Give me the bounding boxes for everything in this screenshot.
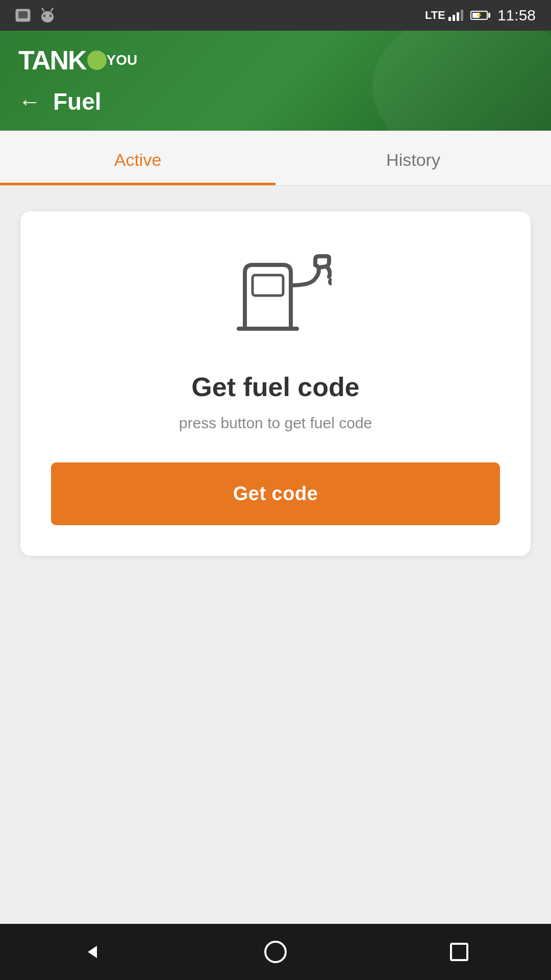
nav-back-button[interactable] [71,932,112,972]
svg-point-7 [42,8,43,9]
nav-row: ← Fuel [18,88,533,115]
android-icon [39,7,56,24]
status-bar-right: LTE ⚡ 11:58 [425,7,536,24]
nav-recent-button[interactable] [439,932,480,972]
svg-point-3 [43,15,46,17]
svg-marker-12 [88,946,97,958]
get-code-button[interactable]: Get code [51,462,500,525]
logo-circle [87,51,107,70]
back-button[interactable]: ← [18,90,41,113]
tab-history[interactable]: History [276,131,551,185]
signal-bars [448,10,463,21]
logo-row: TANK YOU [18,45,533,76]
lte-label: LTE [425,9,445,22]
battery-icon: ⚡ [470,11,490,20]
svg-point-4 [49,15,52,17]
fuel-pump-icon [219,247,332,341]
logo-tank-text: TANK [18,45,86,76]
sim-icon [15,9,31,22]
main-content: Get fuel code press button to get fuel c… [0,186,551,924]
card-subtitle: press button to get fuel code [179,414,372,432]
bottom-nav [0,924,551,980]
app-logo: TANK YOU [18,45,137,76]
status-bar: LTE ⚡ 11:58 [0,0,551,31]
svg-point-9 [328,278,332,285]
status-time: 11:58 [497,7,536,24]
tabs-container: Active History [0,131,551,186]
status-bar-left [15,7,56,24]
svg-point-8 [52,8,54,9]
card-title: Get fuel code [191,372,359,402]
tab-active[interactable]: Active [0,131,276,185]
page-title: Fuel [53,88,102,115]
nav-home-button[interactable] [255,932,296,972]
app-header: TANK YOU ← Fuel [0,31,551,131]
fuel-card: Get fuel code press button to get fuel c… [20,211,531,556]
svg-rect-10 [253,275,283,296]
logo-you-text: YOU [107,52,138,68]
svg-rect-1 [18,11,28,18]
svg-point-2 [41,11,54,22]
